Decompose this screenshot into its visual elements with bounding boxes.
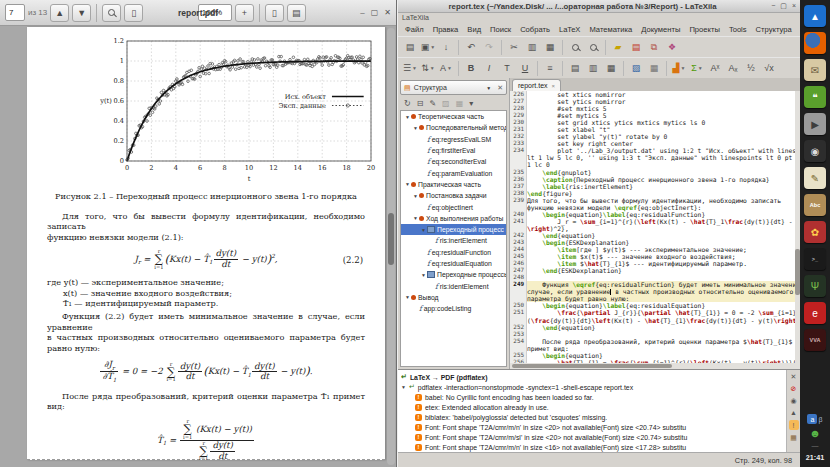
expander-icon[interactable]: ▼ — [401, 384, 406, 390]
menu-item-3[interactable]: Поиск — [490, 25, 511, 34]
expander-icon[interactable]: ▼ — [404, 294, 411, 300]
media-player-icon[interactable]: ▶ — [804, 113, 826, 135]
tab-report-tex[interactable]: report.tex × — [512, 79, 561, 91]
close-panel-button[interactable]: ✕ — [494, 84, 503, 92]
code-row[interactable]: примет вид: — [527, 345, 800, 352]
log-command[interactable]: ▼↵pdflatex -interaction=nonstopmode -syn… — [401, 382, 786, 392]
close-button[interactable]: ✕ — [384, 8, 391, 17]
log-build-title[interactable]: ↵LaTeX → PDF (pdflatex) — [401, 372, 786, 382]
open-document-button[interactable]: ▣▼ — [420, 39, 436, 55]
menu-button[interactable]: ▤ — [287, 4, 306, 22]
structure-item--[interactable]: ▼Практическая часть — [401, 179, 506, 190]
structure-item-eq-residualequation[interactable]: feq:residualEquation — [401, 258, 506, 269]
show-figures-button[interactable]: ▨ — [442, 99, 450, 108]
sqrt-button[interactable]: √x — [761, 60, 777, 76]
insert-table-button[interactable]: ▦ — [646, 60, 662, 76]
fit-page-button[interactable]: ▯ — [265, 4, 284, 22]
user-status-icon[interactable]: ☻ — [809, 428, 821, 438]
undo-button[interactable]: ↶ — [463, 39, 479, 55]
underline-button[interactable]: U — [517, 60, 533, 76]
sectioning-dropdown[interactable]: ☰▼ — [402, 60, 418, 76]
expander-icon[interactable]: ▼ — [412, 193, 419, 199]
structure-item-eq-objectinert[interactable]: feq:objectInert — [401, 201, 506, 212]
code-row-249[interactable]: Функция \eqref{eq:residualFunction} буде… — [527, 281, 800, 288]
structure-item--[interactable]: ▼Переходный процесс ин — [401, 224, 506, 235]
mail-app-icon[interactable]: ✉ — [804, 59, 826, 81]
log-warning-message[interactable]: !etex: Extended allocation already in us… — [401, 402, 786, 412]
minimize-button[interactable]: – — [360, 8, 364, 17]
abort-build-button[interactable]: ⊘ — [791, 385, 797, 393]
scrollbar-thumb[interactable] — [388, 213, 394, 265]
menu-item-0[interactable]: Файл — [405, 25, 424, 34]
menu-item-2[interactable]: Вид — [467, 25, 481, 34]
menu-item-9[interactable]: Tools — [729, 25, 747, 34]
terminal-app-icon[interactable]: >_ — [804, 248, 826, 270]
typewriter-button[interactable]: T — [499, 60, 515, 76]
previous-message-button[interactable]: ▲ — [790, 409, 797, 416]
menu-item-6[interactable]: Математика — [589, 25, 632, 34]
cut-button[interactable]: ✂ — [506, 39, 522, 55]
expander-icon[interactable]: ▼ — [412, 215, 419, 221]
new-document-button[interactable]: ▤ — [402, 39, 418, 55]
code-row-247[interactable]: \end{ESKDexplanation} — [527, 267, 800, 274]
show-errors-button[interactable]: ◉ — [790, 397, 796, 405]
pdf-scrollbar[interactable] — [387, 28, 395, 465]
list-itemize-button[interactable]: ▤ — [567, 60, 583, 76]
expander-icon[interactable]: ▼ — [420, 227, 427, 233]
references-dropdown[interactable]: ⇅▼ — [420, 60, 436, 76]
vva-app-icon[interactable]: VVA — [804, 329, 826, 351]
build-pdflatex-button[interactable]: ▤ — [628, 39, 644, 55]
code-row-227[interactable]: set ytics nomirror — [527, 98, 800, 105]
bold-button[interactable]: B — [463, 60, 479, 76]
log-warning-message[interactable]: !babel: No Cyrillic font encoding has be… — [401, 392, 786, 402]
structure-item-eq-residualfunction[interactable]: feq:residualFunction — [401, 247, 506, 258]
subscript-button[interactable]: Aₓ — [725, 60, 741, 76]
expander-icon[interactable]: ▼ — [420, 272, 427, 278]
insert-chart-dropdown[interactable]: ▟▼ — [671, 60, 687, 76]
code-row-244[interactable]: \item[где ] $y(t)$ --- экспериментальное… — [527, 246, 800, 253]
keyboard-layout-indicator[interactable]: a β — [807, 414, 822, 424]
center-button[interactable]: ≡ — [542, 60, 558, 76]
code-row-234[interactable]: plot '../Lab_3/output.dat' using 1:2 t "… — [527, 147, 800, 154]
code-row-246[interactable]: \item $\hat{T}_{1}$ --- идентифицируемый… — [527, 260, 800, 267]
code-row-255[interactable]: \begin{equation} — [527, 352, 800, 359]
refresh-structure-button[interactable]: ↻ — [404, 99, 411, 108]
structure-item-ris-identelement[interactable]: fris:identElement — [401, 280, 506, 291]
code-row-235[interactable]: \end{gnuplot} — [527, 169, 800, 176]
italic-button[interactable]: I — [481, 60, 497, 76]
code-row[interactable]: lt 1 lw 5 lc 0, '' using 1:3 t "Эксп. да… — [527, 154, 800, 161]
code-row-229[interactable]: #set mytics 5 — [527, 112, 800, 119]
e-app-icon[interactable]: e — [804, 302, 826, 324]
structure-more-dropdown[interactable]: ▾ — [469, 99, 473, 108]
math-wizard-dropdown[interactable]: Σ▼ — [689, 60, 705, 76]
show-badboxes-button[interactable]: ▦ — [790, 434, 797, 442]
search-replace-button[interactable] — [585, 39, 601, 55]
log-warning-message[interactable]: !Font: Font shape 'T2A/cmr/m/n' in size … — [401, 442, 786, 452]
expander-icon[interactable]: ▼ — [404, 114, 411, 120]
maximize-button[interactable]: ▢ — [371, 8, 379, 17]
structure-item--[interactable]: ▼Теоретическая часть — [401, 111, 506, 122]
sidebar-toggle-button[interactable]: ▯ — [124, 4, 143, 22]
code-row-237[interactable]: \label{ris:inertElement} — [527, 183, 800, 190]
list-enumerate-button[interactable]: ▥ — [585, 60, 601, 76]
firefox-icon[interactable] — [804, 32, 826, 54]
save-document-button[interactable]: ↓ — [438, 39, 454, 55]
view-pdf-button[interactable]: ⧉ — [646, 39, 662, 55]
code-row-239[interactable]: Для того, что бы вывести формулу идентиф… — [527, 197, 800, 204]
code-row-242[interactable]: \end{equation} — [527, 232, 800, 239]
structure-item--[interactable]: ▼Переходные процессы и — [401, 269, 506, 280]
code-row-228[interactable]: #set mxtics 5 — [527, 105, 800, 112]
latexila-titlebar[interactable]: report.tex (~/Yandex.Disk/ ... /...орато… — [398, 0, 800, 13]
expander-icon[interactable]: ▼ — [404, 181, 411, 187]
log-warning-message[interactable]: !Font: Font shape 'T2A/cmr/m/sl' in size… — [401, 432, 786, 442]
launcher-app-icon[interactable]: ▲ — [804, 5, 826, 27]
structure-item-app-codelisting[interactable]: fapp:codeListing — [401, 303, 506, 314]
superscript-button[interactable]: Aˣ — [707, 60, 723, 76]
menu-item-1[interactable]: Правка — [433, 25, 459, 34]
code-row-232[interactable]: set ylabel "y(t)" rotate by 0 — [527, 133, 800, 140]
close-button[interactable]: × — [792, 2, 796, 10]
notes-app-icon[interactable]: ✎ — [804, 167, 826, 189]
menu-item-4[interactable]: Собрать — [520, 25, 550, 34]
code-row[interactable]: случае, если уравнение в частных произво… — [527, 288, 800, 295]
code-row[interactable]: \right)^2}, — [527, 225, 800, 232]
